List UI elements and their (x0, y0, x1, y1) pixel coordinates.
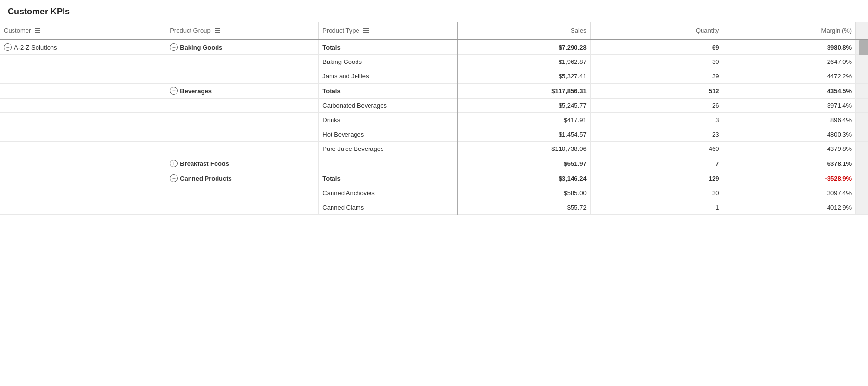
table-row: −BeveragesTotals$117,856.315124354.5% (0, 84, 868, 99)
margin-cell: 3971.4% (723, 99, 856, 113)
product-type-cell: Jams and Jellies (319, 69, 458, 84)
product-group-cell (166, 186, 319, 200)
scrollbar-cell (856, 113, 868, 127)
customer-cell (0, 171, 166, 186)
quantity-cell: 512 (590, 84, 723, 99)
product-type-header: Product Type (319, 22, 458, 39)
product-group-filter-icon[interactable] (214, 27, 221, 34)
sales-cell: $417.91 (458, 113, 590, 127)
table-row: Pure Juice Beverages$110,738.064604379.8… (0, 142, 868, 156)
product-type-filter-icon[interactable] (362, 27, 370, 34)
scrollbar-cell (856, 69, 868, 84)
collapse-icon[interactable]: − (170, 43, 178, 51)
product-group-cell: +Breakfast Foods (166, 156, 319, 171)
scrollbar-cell (856, 99, 868, 113)
sales-cell: $585.00 (458, 186, 590, 200)
collapse-icon[interactable]: − (170, 87, 178, 95)
customer-cell (0, 113, 166, 127)
table-row: Carbonated Beverages$5,245.77263971.4% (0, 99, 868, 113)
customer-cell (0, 142, 166, 156)
quantity-cell: 23 (590, 127, 723, 142)
product-type-cell: Drinks (319, 113, 458, 127)
scrollbar-cell (856, 127, 868, 142)
sales-header: Sales (458, 22, 590, 39)
table-row: Canned Anchovies$585.00303097.4% (0, 186, 868, 200)
sales-header-label: Sales (571, 27, 587, 34)
product-group-header: Product Group (166, 22, 319, 39)
collapse-icon[interactable]: − (4, 43, 12, 51)
customer-cell (0, 156, 166, 171)
sales-cell: $5,245.77 (458, 99, 590, 113)
margin-header: Margin (%) (723, 22, 856, 39)
margin-cell: 4472.2% (723, 69, 856, 84)
customer-cell (0, 186, 166, 200)
margin-cell: 4379.8% (723, 142, 856, 156)
product-type-cell: Pure Juice Beverages (319, 142, 458, 156)
margin-cell: -3528.9% (723, 171, 856, 186)
scrollbar-cell (856, 142, 868, 156)
margin-header-label: Margin (%) (821, 27, 852, 34)
quantity-cell: 69 (590, 39, 723, 55)
product-group-cell (166, 200, 319, 215)
scrollbar-cell (856, 84, 868, 99)
product-group-cell (166, 69, 319, 84)
customer-filter-icon[interactable] (34, 27, 41, 34)
customer-cell (0, 69, 166, 84)
customer-cell (0, 84, 166, 99)
product-type-cell: Totals (319, 171, 458, 186)
table-row: −Canned ProductsTotals$3,146.24129-3528.… (0, 171, 868, 186)
quantity-cell: 30 (590, 55, 723, 69)
customer-cell (0, 200, 166, 215)
quantity-header: Quantity (590, 22, 723, 39)
scrollbar-cell (856, 200, 868, 215)
scrollbar-cell (856, 186, 868, 200)
page-title: Customer KPIs (0, 0, 868, 22)
sales-cell: $651.97 (458, 156, 590, 171)
scrollbar-cell (856, 156, 868, 171)
product-group-cell (166, 127, 319, 142)
product-type-cell: Canned Anchovies (319, 186, 458, 200)
table-row: Canned Clams$55.7214012.9% (0, 200, 868, 215)
quantity-cell: 129 (590, 171, 723, 186)
quantity-cell: 30 (590, 186, 723, 200)
customer-cell (0, 127, 166, 142)
product-group-cell: −Baking Goods (166, 39, 319, 55)
product-group-cell: −Canned Products (166, 171, 319, 186)
product-type-header-label: Product Type (322, 27, 359, 34)
customer-header-label: Customer (4, 27, 31, 34)
collapse-icon[interactable]: − (170, 174, 178, 182)
product-group-cell (166, 142, 319, 156)
sales-cell: $5,327.41 (458, 69, 590, 84)
quantity-cell: 7 (590, 156, 723, 171)
product-group-cell (166, 55, 319, 69)
margin-cell: 3097.4% (723, 186, 856, 200)
margin-cell: 4354.5% (723, 84, 856, 99)
sales-cell: $7,290.28 (458, 39, 590, 55)
table-row: +Breakfast Foods$651.9776378.1% (0, 156, 868, 171)
product-group-header-label: Product Group (170, 27, 211, 34)
product-type-cell: Baking Goods (319, 55, 458, 69)
product-group-cell: −Beverages (166, 84, 319, 99)
margin-cell: 3980.8% (723, 39, 856, 55)
margin-cell: 896.4% (723, 113, 856, 127)
scrollbar-cell (856, 39, 868, 55)
expand-icon[interactable]: + (170, 160, 178, 167)
customer-cell: −A-2-Z Solutions (0, 39, 166, 55)
quantity-header-label: Quantity (696, 27, 719, 34)
table-row: −A-2-Z Solutions−Baking GoodsTotals$7,29… (0, 39, 868, 55)
sales-cell: $1,454.57 (458, 127, 590, 142)
customer-cell (0, 55, 166, 69)
margin-cell: 4012.9% (723, 200, 856, 215)
sales-cell: $3,146.24 (458, 171, 590, 186)
product-type-cell: Totals (319, 84, 458, 99)
product-type-cell: Canned Clams (319, 200, 458, 215)
table-wrapper: Customer Product Group (0, 22, 868, 215)
sales-cell: $110,738.06 (458, 142, 590, 156)
product-group-cell (166, 113, 319, 127)
table-row: Baking Goods$1,962.87302647.0% (0, 55, 868, 69)
scrollbar-cell (856, 171, 868, 186)
table-row: Drinks$417.913896.4% (0, 113, 868, 127)
table-row: Jams and Jellies$5,327.41394472.2% (0, 69, 868, 84)
product-type-cell: Totals (319, 39, 458, 55)
product-group-cell (166, 99, 319, 113)
